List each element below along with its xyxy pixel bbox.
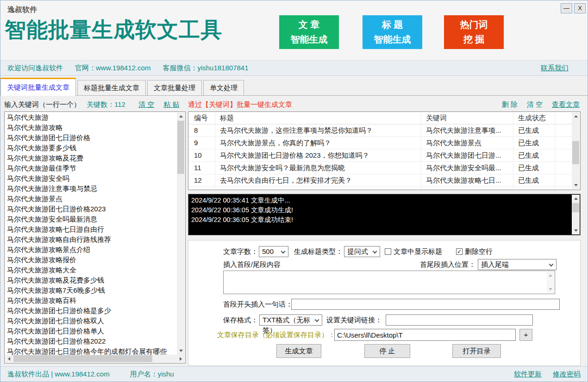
keyword-item[interactable]: 马尔代夫旅游团七日游价格2023 — [5, 204, 177, 214]
keyword-list-vertical-scrollbar[interactable] — [177, 112, 185, 355]
scroll-down-icon[interactable] — [572, 227, 580, 234]
scroll-down-icon[interactable] — [547, 285, 554, 293]
scrollbar-thumb[interactable] — [177, 121, 184, 174]
keyword-item[interactable]: 马尔代夫旅游团七日游价格双人 — [5, 316, 177, 326]
cell-title: 去马尔代夫旅游，这些注意事项与禁忌你知道吗？ — [215, 124, 421, 136]
keyword-item[interactable]: 马尔代夫旅游要多少钱 — [5, 143, 177, 153]
hotword-mining-label-line2: 挖 掘 — [463, 33, 485, 46]
keywords-paste-link[interactable]: 粘 贴 — [163, 99, 179, 111]
generate-article-button[interactable]: 生成文章 — [276, 344, 321, 358]
log-vertical-scrollbar[interactable] — [572, 195, 580, 234]
table-row[interactable]: 12 去马尔代夫自由行七日，怎样安排才完美？ 马尔代夫旅游攻略七日... 已生成 — [188, 174, 580, 187]
remove-blank-lines-checkbox[interactable]: ✓ — [456, 248, 463, 255]
word-count-select[interactable]: 500 — [259, 246, 288, 257]
table-delete-link[interactable]: 删 除 — [502, 99, 518, 111]
save-dir-input[interactable] — [334, 329, 516, 341]
keyword-item[interactable]: 马尔代夫旅游最佳季节 — [5, 163, 177, 173]
cell-id: 10 — [188, 149, 215, 161]
scroll-down-icon[interactable] — [572, 181, 580, 189]
welcome-bar: 欢迎访问逸叔软件官网：www.198412.com客服微信：yishu18180… — [0, 60, 588, 76]
welcome-greeting: 欢迎访问逸叔软件 — [7, 64, 63, 72]
keyword-item[interactable]: 马尔代夫旅游安全吗最新消息 — [5, 214, 177, 224]
table-row[interactable]: 11 马尔代夫旅游安全吗？最新消息为您揭晓 马尔代夫旅游安全吗最... 已生成 — [188, 162, 580, 174]
table-vertical-scrollbar[interactable] — [572, 112, 580, 189]
keyword-item[interactable]: 马尔代夫旅游注意事项与禁忌 — [5, 184, 177, 194]
scroll-right-icon[interactable] — [177, 355, 185, 363]
toolbar: 输入关键词（一行一个） 关键数：112 清 空 粘 贴 通过【关键词】批量一键生… — [0, 99, 588, 111]
open-directory-button[interactable]: 打开目录 — [452, 344, 501, 358]
minimize-button[interactable]: — — [561, 3, 572, 13]
keyword-item[interactable]: 马尔代夫旅游攻略 — [5, 123, 177, 133]
scrollbar-thumb[interactable] — [572, 203, 579, 212]
table-row[interactable]: 9 马尔代夫旅游景点，你真的了解吗？ 马尔代夫旅游景点 已生成 — [188, 137, 580, 149]
textarea-scrollbar[interactable] — [547, 271, 554, 293]
keyword-item[interactable]: 马尔代夫旅游 — [5, 112, 177, 123]
keyword-item[interactable]: 马尔代夫旅游攻略及花费 — [5, 153, 177, 163]
save-format-select[interactable]: TXT格式（无标签） — [259, 314, 322, 326]
insert-position-label: 首尾段插入位置： — [420, 259, 475, 270]
save-dir-label: 文章保存目录（必须设置保存目录）： — [217, 329, 335, 340]
insert-position-select[interactable]: 插入尾端 — [478, 259, 557, 270]
chevron-down-icon — [549, 262, 554, 267]
scroll-up-icon[interactable] — [547, 271, 554, 279]
article-generate-button[interactable]: 文 章 智能生成 — [279, 15, 339, 49]
username: 用户名：yishu — [130, 367, 174, 381]
keyword-item[interactable]: 马尔代夫旅游团七日游价格今年的成都灯会展有哪些 — [5, 346, 177, 355]
keyword-item[interactable]: 马尔代夫旅游攻略及花费多少钱 — [5, 275, 177, 285]
cell-keyword: 马尔代夫旅游注意事项... — [421, 124, 513, 136]
browse-dir-button[interactable]: + — [519, 329, 532, 341]
scroll-left-icon[interactable] — [5, 355, 13, 363]
keyword-item[interactable]: 马尔代夫旅游团七日游价格是多少 — [5, 306, 177, 316]
scroll-down-icon[interactable] — [177, 347, 185, 355]
scrollbar-thumb[interactable] — [572, 141, 579, 164]
scroll-up-icon[interactable] — [572, 195, 580, 203]
keyword-item[interactable]: 马尔代夫旅游攻略百科 — [5, 296, 177, 306]
keyword-item[interactable]: 马尔代夫旅游攻略大全 — [5, 265, 177, 275]
keyword-item[interactable]: 马尔代夫旅游团七日游价格 — [5, 133, 177, 143]
scroll-up-icon[interactable] — [177, 112, 185, 120]
tab-keyword-batch-generate[interactable]: 关键词批量生成文章 — [0, 78, 76, 96]
cell-status: 已生成 — [513, 174, 555, 186]
change-password-link[interactable]: 修改密码 — [553, 367, 581, 381]
scroll-up-icon[interactable] — [572, 112, 580, 120]
keyword-item[interactable]: 马尔代夫旅游攻略7天6晚多少钱 — [5, 285, 177, 296]
insert-content-textarea[interactable] — [223, 271, 555, 294]
keyword-item[interactable]: 马尔代夫旅游攻略景点介绍 — [5, 245, 177, 255]
cell-status: 已生成 — [513, 162, 555, 174]
hotword-mining-button[interactable]: 热门词 挖 掘 — [444, 15, 504, 49]
keyword-list: 马尔代夫旅游马尔代夫旅游攻略马尔代夫旅游团七日游价格马尔代夫旅游要多少钱马尔代夫… — [5, 112, 177, 355]
col-header-keyword: 关键词 — [421, 112, 513, 124]
keyword-item[interactable]: 马尔代夫旅游攻略自由行路线推荐 — [5, 234, 177, 245]
view-article-link[interactable]: 查看文章 — [552, 99, 580, 111]
keyword-list-horizontal-scrollbar[interactable] — [5, 355, 185, 363]
table-row[interactable]: 8 去马尔代夫旅游，这些注意事项与禁忌你知道吗？ 马尔代夫旅游注意事项... 已… — [188, 124, 580, 137]
scrollbar-thumb[interactable] — [13, 355, 152, 362]
stop-button[interactable]: 停 止 — [364, 344, 410, 358]
close-button[interactable]: X — [574, 3, 586, 13]
keyword-item[interactable]: 马尔代夫旅游景点 — [5, 194, 177, 204]
contact-us-link[interactable]: 联系我们 — [541, 61, 569, 75]
cell-keyword: 马尔代夫旅游安全吗最... — [421, 162, 513, 174]
tab-title-batch-generate[interactable]: 标题批量生成文章 — [77, 80, 146, 95]
show-title-checkbox[interactable] — [385, 248, 391, 255]
first-sentence-input[interactable] — [291, 299, 560, 310]
keyword-item[interactable]: 马尔代夫旅游团七日游价格单人 — [5, 326, 177, 336]
keyword-link-input[interactable] — [386, 314, 533, 326]
keyword-item[interactable]: 马尔代夫旅游攻略七日游自由行 — [5, 224, 177, 234]
tab-single-article-process[interactable]: 单文处理 — [203, 80, 244, 95]
log-line: 2024/9/22 00:36:05 文章成功生成! — [191, 205, 571, 215]
official-site: 官网：www.198412.com — [75, 64, 150, 72]
keyword-item[interactable]: 马尔代夫旅游安全吗 — [5, 173, 177, 184]
software-update-link[interactable]: 软件更新 — [514, 367, 542, 381]
title-type-select[interactable]: 提问式 — [344, 246, 380, 257]
keyword-listbox[interactable]: 马尔代夫旅游马尔代夫旅游攻略马尔代夫旅游团七日游价格马尔代夫旅游要多少钱马尔代夫… — [4, 111, 186, 364]
cell-keyword: 马尔代夫旅游景点 — [421, 137, 513, 149]
tab-article-batch-process[interactable]: 文章批量处理 — [147, 80, 202, 95]
keyword-item[interactable]: 马尔代夫旅游团七日游价格2022 — [5, 336, 177, 346]
word-count-label: 文章字数： — [223, 246, 258, 257]
title-generate-button[interactable]: 标 题 智能生成 — [363, 15, 422, 49]
keyword-item[interactable]: 马尔代夫旅游攻略报价 — [5, 255, 177, 265]
table-clear-link[interactable]: 清 空 — [527, 99, 543, 111]
keywords-clear-link[interactable]: 清 空 — [138, 99, 154, 111]
table-row[interactable]: 10 马尔代夫旅游团七日游价格 2023，你想知道吗？ 马尔代夫旅游团七日游..… — [188, 149, 580, 162]
